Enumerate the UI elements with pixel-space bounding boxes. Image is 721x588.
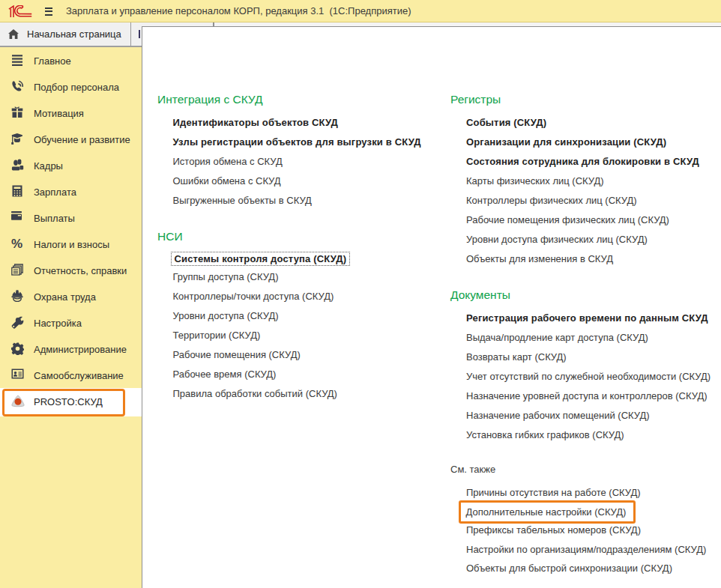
svg-text:%: % xyxy=(11,237,22,250)
